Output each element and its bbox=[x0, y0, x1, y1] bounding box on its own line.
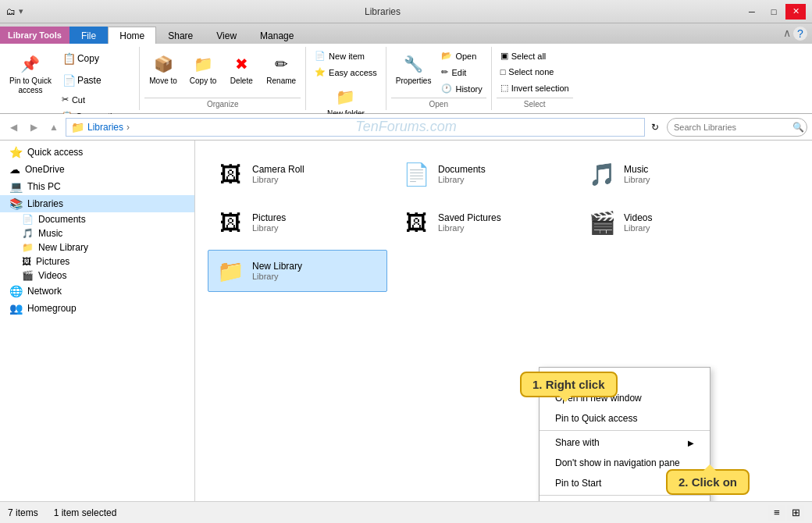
tab-share[interactable]: Share bbox=[156, 27, 205, 44]
delete-button[interactable]: ✖ Delete bbox=[224, 48, 258, 89]
open-button[interactable]: 📂Open bbox=[437, 48, 486, 63]
copy-to-button[interactable]: 📁 Copy to bbox=[185, 48, 221, 89]
sidebar-item-label: This PC bbox=[27, 181, 61, 192]
music-file-name: Music bbox=[624, 164, 650, 175]
tab-file[interactable]: File bbox=[69, 27, 108, 44]
select-col: ▣Select all □Select none ⬚Invert selecti… bbox=[497, 48, 573, 95]
large-icons-view-button[interactable]: ⊞ bbox=[787, 505, 804, 521]
properties-button[interactable]: 🔧 Properties bbox=[391, 48, 436, 89]
sidebar-item-videos[interactable]: 🎬 Videos bbox=[0, 269, 194, 283]
close-button[interactable]: ✕ bbox=[785, 4, 806, 20]
new-library-icon: 📁 bbox=[22, 242, 34, 253]
delete-label: Delete bbox=[230, 76, 253, 86]
pin-label: Pin to Quick access bbox=[9, 76, 52, 95]
sidebar-item-documents[interactable]: 📄 Documents bbox=[0, 212, 194, 226]
copy-button[interactable]: 📋 Copy bbox=[58, 48, 134, 69]
title-bar-left: 🗂 ▾ bbox=[6, 6, 23, 17]
refresh-button[interactable]: ↻ bbox=[646, 119, 664, 136]
clipboard-group: 📌 Pin to Quick access 📋 Copy 📄 Paste ✂Cu… bbox=[0, 47, 140, 110]
sidebar-item-onedrive[interactable]: ☁ OneDrive bbox=[0, 161, 194, 178]
tab-home[interactable]: Home bbox=[108, 27, 156, 44]
camera-roll-type: Library bbox=[252, 175, 304, 184]
minimize-button[interactable]: ─ bbox=[742, 4, 762, 20]
file-item-music[interactable]: 🎵 Music Library bbox=[579, 153, 759, 195]
new-item-icon: 📄 bbox=[315, 51, 326, 61]
documents-file-type: Library bbox=[438, 175, 486, 184]
sidebar-item-homegroup[interactable]: 👥 Homegroup bbox=[0, 300, 194, 317]
move-label: Move to bbox=[149, 76, 177, 86]
help-btn[interactable]: ? bbox=[793, 27, 807, 41]
libraries-crumb[interactable]: Libraries bbox=[87, 122, 123, 133]
history-label: History bbox=[455, 84, 482, 94]
copy-label: Copy bbox=[77, 53, 99, 64]
ctx-sep1 bbox=[540, 430, 710, 431]
copy-icon: 📋 bbox=[62, 51, 77, 66]
sidebar-item-label: Network bbox=[27, 286, 62, 297]
ribbon-collapse-btn[interactable]: ∧ bbox=[783, 27, 791, 41]
sidebar-item-music[interactable]: 🎵 Music bbox=[0, 226, 194, 240]
sidebar-item-label: Quick access bbox=[27, 147, 83, 158]
file-item-saved-pictures[interactable]: 🖼 Saved Pictures Library bbox=[394, 201, 573, 244]
file-item-new-library[interactable]: 📁 New Library Library bbox=[208, 250, 387, 292]
easy-access-label: Easy access bbox=[329, 68, 377, 77]
rename-button[interactable]: ✏ Rename bbox=[262, 48, 301, 89]
search-icon[interactable]: 🔍 bbox=[792, 122, 804, 133]
ribbon: 📌 Pin to Quick access 📋 Copy 📄 Paste ✂Cu… bbox=[0, 44, 812, 114]
sidebar-item-label: Homegroup bbox=[27, 303, 77, 314]
file-item-videos[interactable]: 🎬 Videos Library bbox=[579, 201, 759, 244]
file-item-pictures[interactable]: 🖼 Pictures Library bbox=[208, 201, 387, 244]
easy-access-button[interactable]: ⭐Easy access bbox=[311, 65, 381, 80]
new-library-file-info: New Library Library bbox=[252, 261, 302, 281]
new-library-file-name: New Library bbox=[252, 261, 302, 272]
ctx-share-with[interactable]: Share with▶ bbox=[540, 432, 710, 453]
ctx-share-label: Share with bbox=[555, 437, 600, 448]
pin-to-quick-access-button[interactable]: 📌 Pin to Quick access bbox=[5, 48, 56, 98]
organize-buttons: 📦 Move to 📁 Copy to ✖ Delete ✏ Rename bbox=[144, 48, 301, 89]
invert-selection-button[interactable]: ⬚Invert selection bbox=[497, 80, 573, 95]
quick-access-toolbar: ▾ bbox=[19, 6, 23, 16]
invert-icon: ⬚ bbox=[500, 83, 508, 93]
new-item-button[interactable]: 📄New item bbox=[311, 48, 381, 63]
address-bar[interactable]: 📁 Libraries › bbox=[66, 118, 645, 137]
sidebar-item-libraries[interactable]: 📚 Libraries bbox=[0, 195, 194, 212]
select-none-button[interactable]: □Select none bbox=[497, 65, 573, 79]
homegroup-icon: 👥 bbox=[9, 302, 23, 315]
open-label: Open bbox=[455, 52, 476, 61]
pc-icon: 💻 bbox=[9, 180, 23, 193]
onedrive-icon: ☁ bbox=[9, 163, 20, 176]
open-content: 🔧 Properties 📂Open ✏Edit 🕐History bbox=[391, 48, 486, 96]
back-button[interactable]: ◀ bbox=[5, 119, 22, 136]
sidebar-item-quick-access[interactable]: ⭐ Quick access bbox=[0, 144, 194, 161]
window-controls: ─ □ ✕ bbox=[742, 4, 806, 20]
tooltip-click-on: 2. Click on bbox=[666, 469, 750, 495]
paste-button[interactable]: 📄 Paste bbox=[58, 70, 134, 91]
tab-view[interactable]: View bbox=[205, 27, 248, 44]
select-label: Select bbox=[497, 98, 573, 109]
search-input[interactable] bbox=[667, 118, 807, 137]
sidebar-item-this-pc[interactable]: 💻 This PC bbox=[0, 178, 194, 195]
history-icon: 🕐 bbox=[441, 84, 452, 94]
open-label: Open bbox=[391, 98, 486, 109]
forward-button[interactable]: ▶ bbox=[25, 119, 42, 136]
sidebar-item-new-library[interactable]: 📁 New Library bbox=[0, 240, 194, 254]
folder-icon: 📁 bbox=[71, 121, 84, 133]
edit-button[interactable]: ✏Edit bbox=[437, 65, 486, 80]
up-button[interactable]: ▲ bbox=[45, 119, 62, 136]
ctx-send-to[interactable]: Send to▶ bbox=[540, 497, 710, 501]
music-file-info: Music Library bbox=[624, 164, 650, 184]
delete-icon: ✖ bbox=[229, 52, 254, 76]
history-button[interactable]: 🕐History bbox=[437, 81, 486, 96]
move-to-button[interactable]: 📦 Move to bbox=[144, 48, 182, 89]
select-all-button[interactable]: ▣Select all bbox=[497, 48, 573, 63]
cut-button[interactable]: ✂Cut bbox=[58, 92, 134, 107]
tab-manage[interactable]: Manage bbox=[248, 27, 305, 44]
details-view-button[interactable]: ≡ bbox=[768, 505, 785, 521]
ctx-pin-quick-access[interactable]: Pin to Quick access bbox=[540, 408, 710, 429]
sidebar-item-label: Libraries bbox=[27, 198, 63, 209]
sidebar-item-pictures[interactable]: 🖼 Pictures bbox=[0, 254, 194, 269]
maximize-button[interactable]: □ bbox=[764, 4, 784, 20]
file-item-camera-roll[interactable]: 🖼 Camera Roll Library bbox=[208, 153, 387, 195]
quick-access-icon: ⭐ bbox=[9, 146, 23, 158]
sidebar-item-network[interactable]: 🌐 Network bbox=[0, 283, 194, 300]
file-item-documents[interactable]: 📄 Documents Library bbox=[394, 153, 573, 195]
